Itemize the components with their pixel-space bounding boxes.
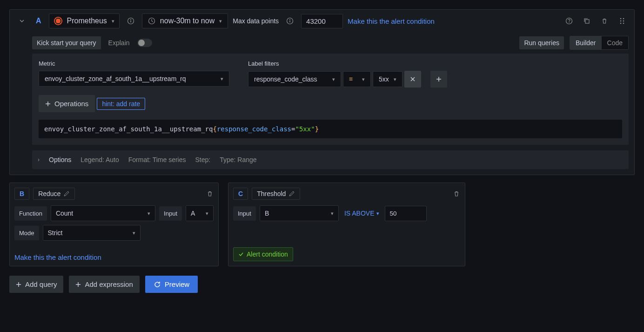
- svg-point-5: [289, 19, 290, 20]
- raw-brace-close: }: [315, 125, 319, 133]
- collapse-icon[interactable]: [15, 14, 28, 27]
- filter-op: =: [349, 75, 353, 83]
- mode-label: Mode: [14, 226, 39, 240]
- label-filters-label: Label filters: [248, 60, 447, 67]
- chevron-down-icon: ▾: [332, 76, 335, 82]
- expr-type-c-label: Threshold: [257, 190, 286, 197]
- expression-panel-c: C Threshold Input B ▾ IS ABOVE ▾: [228, 183, 465, 266]
- add-filter-button[interactable]: [430, 71, 447, 88]
- chevron-down-icon: ▾: [376, 210, 379, 217]
- chevron-down-icon: ▾: [112, 18, 114, 24]
- datasource-name: Prometheus: [67, 17, 107, 25]
- operations-button[interactable]: Operations: [39, 95, 95, 112]
- expr-ref-b: B: [14, 188, 29, 200]
- chevron-down-icon: ▾: [362, 76, 365, 82]
- filter-value-select[interactable]: 5xx ▾: [373, 71, 402, 87]
- expr-type-c[interactable]: Threshold: [252, 188, 300, 200]
- alert-condition-link-b[interactable]: Make this the alert condition: [14, 246, 214, 261]
- add-expression-button[interactable]: Add expression: [69, 276, 139, 293]
- plus-icon: [45, 101, 51, 107]
- options-step: Step:: [195, 156, 210, 163]
- mode-select[interactable]: Strict ▾: [43, 225, 141, 241]
- add-query-label: Add query: [25, 280, 57, 288]
- chevron-right-icon[interactable]: ›: [38, 156, 40, 163]
- drag-handle-icon[interactable]: [616, 14, 629, 27]
- raw-metric: envoy_cluster_zone_af_south_1a__upstream…: [44, 125, 213, 133]
- delete-expr-c-icon[interactable]: [453, 190, 460, 197]
- input-select-c[interactable]: B ▾: [260, 205, 339, 221]
- plus-icon: [16, 282, 21, 287]
- svg-point-12: [620, 20, 622, 22]
- max-data-points-input[interactable]: [301, 14, 343, 28]
- options-type: Type: Range: [220, 156, 256, 163]
- function-select[interactable]: Count ▾: [51, 205, 155, 221]
- delete-expr-b-icon[interactable]: [206, 190, 214, 197]
- remove-filter-button[interactable]: [404, 71, 421, 88]
- query-ref-a: A: [33, 17, 44, 25]
- datasource-select[interactable]: Prometheus ▾: [49, 14, 120, 28]
- options-row: › Options Legend: Auto Format: Time seri…: [32, 150, 629, 169]
- builder-body: Metric envoy_cluster_zone_af_south_1a__u…: [32, 54, 629, 145]
- filter-key-select[interactable]: response_code_class ▾: [248, 71, 341, 87]
- pencil-icon: [288, 190, 295, 197]
- raw-label: response_code_class: [217, 125, 291, 133]
- svg-point-8: [569, 22, 570, 23]
- chevron-down-icon: ▾: [331, 210, 334, 217]
- bottom-actions: Add query Add expression Preview: [9, 276, 635, 293]
- svg-point-13: [623, 20, 624, 22]
- label-filter-row: response_code_class ▾ = ▾ 5xx ▾: [248, 71, 447, 88]
- delete-query-icon[interactable]: [598, 14, 611, 27]
- chevron-down-icon: ▾: [219, 18, 222, 24]
- pencil-icon: [63, 190, 70, 197]
- expr-type-b[interactable]: Reduce: [33, 188, 75, 200]
- help-icon[interactable]: [563, 14, 576, 27]
- threshold-value-input[interactable]: [385, 206, 427, 221]
- options-title[interactable]: Options: [49, 156, 71, 163]
- editor-mode-tabs: Builder Code: [570, 36, 629, 50]
- copy-icon[interactable]: [580, 14, 593, 27]
- refresh-icon: [154, 281, 161, 288]
- expression-panel-b: B Reduce Function Count ▾ Input A ▾ Mode: [9, 183, 219, 266]
- svg-point-15: [623, 23, 624, 24]
- prometheus-icon: [54, 17, 62, 25]
- metric-label: Metric: [39, 60, 229, 67]
- kickstart-button[interactable]: Kick start your query: [32, 36, 101, 49]
- explain-label: Explain: [108, 39, 130, 47]
- alert-condition-badge: Alert condition: [233, 247, 293, 261]
- alert-condition-text: Alert condition: [247, 251, 288, 258]
- svg-point-10: [620, 18, 622, 20]
- preview-button[interactable]: Preview: [145, 276, 198, 293]
- query-panel-a: A Prometheus ▾ now-30m to now ▾ Max data…: [9, 9, 635, 175]
- operations-label: Operations: [54, 100, 88, 108]
- raw-query-preview: envoy_cluster_zone_af_south_1a__upstream…: [39, 120, 622, 138]
- filter-op-select[interactable]: = ▾: [343, 71, 371, 87]
- raw-brace-open: {: [213, 125, 216, 133]
- explain-toggle[interactable]: [137, 39, 152, 47]
- svg-point-11: [623, 18, 624, 20]
- max-data-points-label: Max data points: [233, 17, 279, 25]
- metric-value: envoy_cluster_zone_af_south_1a__upstream…: [45, 75, 186, 82]
- chevron-down-icon: ▾: [221, 76, 223, 82]
- svg-rect-9: [585, 20, 589, 23]
- tab-builder[interactable]: Builder: [570, 36, 602, 49]
- alert-condition-link[interactable]: Make this the alert condition: [348, 17, 435, 25]
- time-range-select[interactable]: now-30m to now ▾: [142, 14, 228, 28]
- plus-icon: [75, 282, 81, 287]
- svg-rect-2: [130, 20, 131, 22]
- add-query-button[interactable]: Add query: [9, 276, 63, 293]
- input-value-c: B: [265, 210, 269, 217]
- chevron-down-icon: ▾: [148, 210, 150, 217]
- svg-point-1: [130, 19, 131, 20]
- datasource-info-icon[interactable]: [124, 14, 137, 27]
- max-data-points-info-icon[interactable]: [283, 14, 296, 27]
- input-label-b: Input: [159, 206, 182, 221]
- hint-add-rate[interactable]: hint: add rate: [97, 98, 145, 110]
- metric-select[interactable]: envoy_cluster_zone_af_south_1a__upstream…: [39, 71, 229, 87]
- operator-select[interactable]: IS ABOVE ▾: [342, 210, 381, 217]
- operator-value: IS ABOVE: [344, 210, 375, 217]
- query-header-row: A Prometheus ▾ now-30m to now ▾ Max data…: [10, 10, 634, 32]
- function-label: Function: [14, 206, 47, 221]
- run-queries-button[interactable]: Run queries: [519, 36, 564, 49]
- tab-code[interactable]: Code: [602, 36, 628, 49]
- input-select-b[interactable]: A ▾: [186, 205, 214, 221]
